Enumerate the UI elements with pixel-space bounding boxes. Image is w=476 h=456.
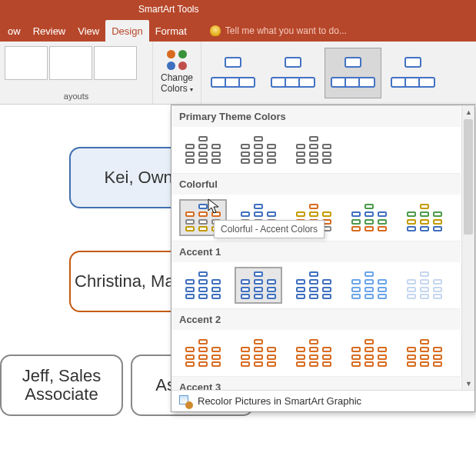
cursor-icon [208,198,220,215]
smartart-node-sales-associate[interactable]: Jeff, Sales Associate [0,354,123,416]
section-accent3: Accent 3 [171,376,461,390]
layout-thumb-1[interactable] [5,46,48,80]
color-swatch-accent2-2[interactable] [235,335,282,371]
color-swatch-colorful-4[interactable] [345,199,393,236]
ribbon-tab-view[interactable]: View [72,20,105,42]
recolor-pictures-label: Recolor Pictures in SmartArt Graphic [198,395,361,407]
recolor-pictures-icon [179,395,191,408]
color-swatch-primary-3[interactable] [290,131,338,168]
change-colors-dropdown: Primary Theme Colors Colorful Accent 1 A… [171,105,475,412]
layouts-group: ayouts [0,42,152,104]
change-colors-icon [166,49,188,71]
smartart-style-1[interactable] [205,48,261,98]
chevron-down-icon: ▾ [190,86,193,93]
layout-thumb-2[interactable] [49,46,92,80]
section-primary-theme-colors: Primary Theme Colors [171,105,461,127]
layout-thumb-3[interactable] [94,46,137,80]
change-colors-button[interactable]: Change Colors ▾ [155,43,199,102]
section-colorful: Colorful [171,173,461,195]
ribbon-tab-slideshow-partial[interactable]: ow [2,20,27,42]
contextual-tab-title: SmartArt Tools [138,4,198,15]
ribbon-panel: ayouts Change Colors ▾ [0,42,476,105]
ribbon-tab-format[interactable]: Format [149,20,193,42]
section-accent1: Accent 1 [171,241,461,262]
color-swatch-accent2-1[interactable] [179,335,227,371]
color-swatch-accent1-1[interactable] [179,267,227,304]
color-swatch-accent1-5[interactable] [401,267,448,304]
ribbon-tab-strip: ow Review View Design Format Tell me wha… [0,20,476,42]
recolor-pictures-button[interactable]: Recolor Pictures in SmartArt Graphic [171,390,474,411]
ribbon-tab-design[interactable]: Design [105,20,148,42]
tooltip: Colorful - Accent Colors [214,220,325,238]
scroll-up-button[interactable]: ▲ [462,105,475,118]
tooltip-text: Colorful - Accent Colors [221,224,318,235]
section-accent2: Accent 2 [171,308,461,330]
color-swatch-accent1-4[interactable] [345,267,393,304]
ribbon-tab-review[interactable]: Review [27,20,72,42]
change-colors-label-2: Colors [161,83,188,94]
lightbulb-icon [210,25,221,36]
color-swatch-accent1-2[interactable] [235,267,282,304]
popup-scrollbar[interactable]: ▲ ▼ [461,105,474,390]
color-swatch-primary-2[interactable] [235,131,282,168]
layouts-group-label: ayouts [2,92,151,101]
smartart-style-2[interactable] [265,48,321,98]
color-swatch-accent2-5[interactable] [401,335,448,371]
smartart-style-4[interactable] [384,48,441,98]
color-swatch-accent2-3[interactable] [290,335,338,371]
smartart-styles-gallery [201,42,476,104]
tell-me-placeholder: Tell me what you want to do... [225,25,347,36]
tell-me-search[interactable]: Tell me what you want to do... [204,20,353,42]
scroll-thumb[interactable] [464,119,473,235]
color-swatch-accent1-3[interactable] [290,267,338,304]
color-swatch-accent2-4[interactable] [345,335,393,371]
color-swatch-primary-1[interactable] [179,131,227,168]
smartart-style-3[interactable] [325,48,381,98]
color-swatch-colorful-5[interactable] [401,199,448,236]
scroll-down-button[interactable]: ▼ [462,377,475,390]
contextual-tab-bar: SmartArt Tools [0,0,476,20]
change-colors-label-1: Change [161,72,193,83]
